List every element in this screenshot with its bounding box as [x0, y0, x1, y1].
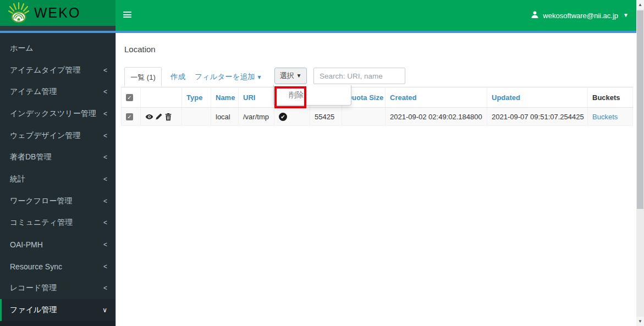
sidebar-subitem-location[interactable]: Location: [0, 321, 115, 326]
delete-trash-icon[interactable]: [164, 113, 172, 121]
row-select-cell: ✓: [122, 108, 141, 126]
sidebar-item-home[interactable]: ホーム: [0, 37, 115, 59]
cell-updated: 2021-09-07 09:51:07.254425: [487, 108, 588, 126]
main-content: Location 一覧 (1) 作成 フィルターを追加▼ 選択▼ ✓ Type …: [115, 33, 636, 326]
sidebar-item-file-management[interactable]: ファイル管理 ∨: [0, 299, 115, 321]
weko-rainbow-logo-icon: [8, 1, 30, 26]
tab-add-filter[interactable]: フィルターを追加▼: [195, 72, 262, 82]
user-icon: [531, 10, 539, 20]
vertical-scrollbar[interactable]: ▲ ▼: [636, 0, 644, 326]
table-row: ✓ local /var/tmp ✔ 55425 2021-09-02: [122, 108, 633, 126]
page-title: Location: [124, 45, 156, 54]
search-input[interactable]: [313, 68, 405, 84]
chevron-left-icon: <: [103, 263, 107, 270]
sidebar-item-item-management[interactable]: アイテム管理 <: [0, 81, 115, 103]
chevron-left-icon: <: [103, 241, 107, 248]
navbar-green: wekosoftware@nii.ac.jp ▼: [115, 0, 636, 31]
column-header-name[interactable]: Name: [211, 87, 239, 108]
caret-down-icon: ▼: [257, 75, 262, 80]
weko-admin-page: WEKO wekosoftware@nii.ac.jp ▼ ホーム ア: [0, 0, 644, 326]
scrollbar-down-arrow-icon[interactable]: ▼: [636, 317, 644, 326]
default-check-circle-icon: ✔: [279, 113, 287, 121]
user-account-menu[interactable]: wekosoftware@nii.ac.jp ▼: [531, 0, 629, 31]
tab-create[interactable]: 作成: [170, 72, 185, 82]
brand-title: WEKO: [34, 5, 80, 21]
chevron-left-icon: <: [103, 153, 107, 161]
sidebar-item-resource-sync[interactable]: Resource Sync <: [0, 256, 115, 278]
chevron-left-icon: <: [103, 197, 107, 205]
cell-created: 2021-09-02 02:49:02.184800: [386, 108, 487, 126]
chevron-left-icon: <: [103, 175, 107, 183]
sidebar-item-oai-pmh[interactable]: OAI-PMH <: [0, 234, 115, 256]
column-header-created[interactable]: Created: [386, 87, 487, 108]
file-management-submenu: Location: [0, 321, 115, 326]
sidebar-item-authordb-management[interactable]: 著者DB管理 <: [0, 146, 115, 168]
table-header-row: ✓ Type Name URI Quota Size Created Updat…: [122, 87, 633, 108]
chevron-left-icon: <: [103, 284, 107, 292]
row-checkbox[interactable]: ✓: [126, 113, 133, 120]
select-dropdown-menu: 削除: [273, 85, 351, 106]
column-header-buckets: Buckets: [588, 87, 633, 108]
select-all-header-cell: ✓: [122, 87, 141, 108]
cell-default: ✔: [274, 108, 310, 126]
caret-down-icon: ▼: [623, 13, 629, 18]
tab-list[interactable]: 一覧 (1): [124, 67, 162, 87]
column-header-uri[interactable]: URI: [239, 87, 274, 108]
scrollbar-thumb[interactable]: [637, 10, 643, 209]
brand-logo-area[interactable]: WEKO: [0, 0, 115, 26]
cell-name: local: [211, 108, 239, 126]
sidebar-item-community-management[interactable]: コミュニティ管理 <: [0, 212, 115, 234]
chevron-left-icon: <: [103, 219, 107, 226]
user-email: wekosoftware@nii.ac.jp: [543, 12, 618, 20]
chevron-left-icon: <: [103, 110, 107, 118]
sidebar-menu: ホーム アイテムタイプ管理 < アイテム管理 < インデックスツリー管理 < ウ…: [0, 33, 115, 326]
sidebar-item-record-management[interactable]: レコード管理 <: [0, 278, 115, 300]
location-table: ✓ Type Name URI Quota Size Created Updat…: [121, 87, 633, 126]
select-dropdown-button[interactable]: 選択▼: [274, 68, 307, 84]
scrollbar-up-arrow-icon[interactable]: ▲: [636, 0, 644, 9]
cell-type: [182, 108, 211, 126]
edit-pencil-icon[interactable]: [155, 113, 163, 120]
hamburger-menu-icon[interactable]: [123, 12, 131, 19]
sidebar-item-indextree-management[interactable]: インデックスツリー管理 <: [0, 103, 115, 125]
cell-buckets: Buckets: [588, 108, 633, 126]
chevron-down-icon: ∨: [102, 306, 107, 314]
sidebar-item-webdesign-management[interactable]: ウェブデザイン管理 <: [0, 125, 115, 147]
sidebar-item-itemtype-management[interactable]: アイテムタイプ管理 <: [0, 59, 115, 81]
chevron-left-icon: <: [103, 132, 107, 140]
cell-size: 55425: [310, 108, 342, 126]
column-header-type[interactable]: Type: [182, 87, 211, 108]
select-all-checkbox[interactable]: ✓: [126, 94, 133, 101]
chevron-left-icon: <: [103, 88, 107, 96]
top-navbar: WEKO wekosoftware@nii.ac.jp ▼: [0, 0, 636, 31]
buckets-link[interactable]: Buckets: [592, 113, 618, 121]
sidebar-item-workflow-management[interactable]: ワークフロー管理 <: [0, 190, 115, 212]
dropdown-item-delete[interactable]: 削除: [274, 85, 351, 105]
chevron-left-icon: <: [103, 67, 107, 74]
caret-down-icon: ▼: [296, 73, 302, 79]
cell-quota-size: [342, 108, 386, 126]
row-actions-cell: [141, 108, 182, 126]
actions-header-cell: [141, 87, 182, 108]
view-eye-icon[interactable]: [145, 113, 153, 121]
cell-uri: /var/tmp: [239, 108, 274, 126]
brand-column: WEKO: [0, 0, 115, 31]
sidebar-item-statistics[interactable]: 統計 <: [0, 168, 115, 190]
column-header-updated[interactable]: Updated: [487, 87, 588, 108]
